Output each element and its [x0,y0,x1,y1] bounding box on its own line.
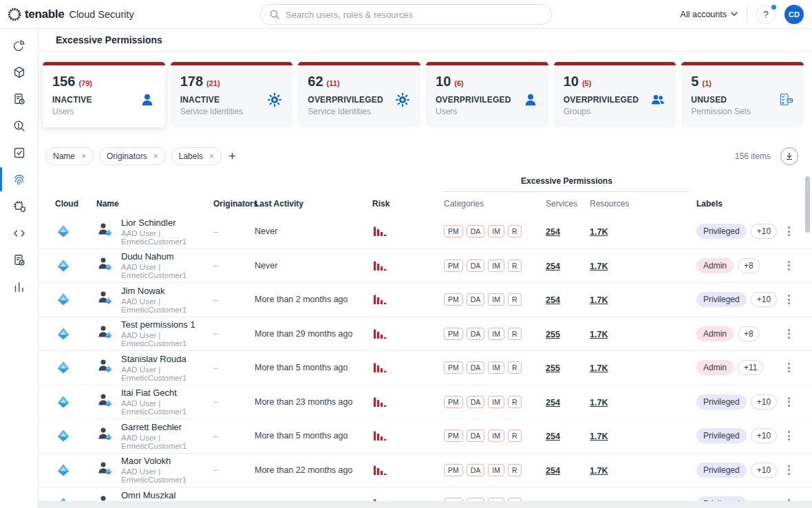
summary-card-inactive-service-identities[interactable]: 178 (21) INACTIVE Service Identities [171,62,293,127]
row-menu-button[interactable] [782,463,795,478]
row-menu-button[interactable] [782,394,795,410]
services-link[interactable]: 254 [546,262,560,271]
summary-card-overprivileged-service-identities[interactable]: 62 (11) OVERPRIVILEGED Service Identitie… [298,62,420,127]
sidebar-item-compliance[interactable] [0,139,39,166]
cloud-cell [47,427,96,444]
sidebar-item-identity-intelligence[interactable] [0,166,39,193]
filter-bar: Name×Originators×Labels× + 156 items [45,146,798,167]
cube-icon [12,65,26,79]
card-paren-value: (21) [206,79,220,87]
category-chip-da: DA [467,260,485,272]
identity-name[interactable]: Lior Schindler [121,218,213,228]
name-cell: Test permissions 1 AAD User | ErmeticCus… [96,319,213,348]
horizontal-scrollbar[interactable] [39,501,812,508]
col-header-originators[interactable]: Originators [213,199,255,209]
row-menu-button[interactable] [782,326,795,341]
identity-name[interactable]: Test permissions 1 [121,319,213,330]
col-header-labels[interactable]: Labels [696,199,782,209]
table-row: Test permissions 1 AAD User | ErmeticCus… [39,317,812,352]
identity-name[interactable]: Dudu Nahum [121,251,213,262]
resources-link[interactable]: 1.7K [590,363,608,373]
sidebar-item-inventory[interactable] [0,59,39,85]
identity-name[interactable]: Itai Fiat Gecht [121,388,213,398]
summary-card-unused-permission-sets[interactable]: 5 (1) UNUSED Permission Sets SSO [681,62,804,127]
global-search[interactable] [260,4,552,25]
group-header-excessive-permissions: Excessive Permissions [444,176,690,192]
originators-cell: – [213,260,255,271]
add-filter-button[interactable]: + [228,150,236,162]
identity-name[interactable]: Garrett Bechler [121,422,213,432]
actions-cell [782,463,812,478]
download-button[interactable] [780,147,798,165]
row-menu-button[interactable] [782,360,795,375]
resources-link[interactable]: 1.7K [590,227,608,237]
col-header-cloud[interactable]: Cloud [47,199,96,209]
summary-card-overprivileged-groups[interactable]: 10 (5) OVERPRIVILEGED Groups [554,62,676,127]
summary-card-overprivileged-users[interactable]: 10 (6) OVERPRIVILEGED Users [426,62,548,127]
accounts-dropdown[interactable]: All accounts [681,10,738,19]
categories-cell: PMDAIMR [444,464,546,476]
label-pill: Privileged [696,394,747,410]
summary-card-inactive-users[interactable]: 156 (79) INACTIVE Users [43,62,165,127]
name-cell: Garrett Bechler AAD User | ErmeticCustom… [96,422,213,450]
resources-cell: 1.7K [590,361,696,374]
services-link[interactable]: 254 [546,466,560,476]
resources-link[interactable]: 1.7K [590,262,608,271]
identity-name[interactable]: Maor Volokh [121,456,213,466]
sidebar-item-policies[interactable] [0,246,39,273]
identity-name[interactable]: Jim Nowak [121,286,213,296]
resources-link[interactable]: 1.7K [590,295,608,305]
identity-name[interactable]: Omri Muszkal [121,490,213,500]
services-link[interactable]: 254 [546,432,560,441]
row-menu-button[interactable] [782,292,795,307]
col-header-services[interactable]: Services [546,199,590,209]
services-link[interactable]: 254 [546,227,560,237]
row-menu-button[interactable] [782,258,795,273]
col-header-last-activity[interactable]: Last Activity [255,199,372,209]
avatar[interactable]: CD [784,5,804,24]
resources-link[interactable]: 1.7K [590,330,608,339]
sidebar-item-investigate[interactable] [0,112,39,139]
col-header-resources[interactable]: Resources [590,199,696,209]
category-chip-pm: PM [444,464,463,476]
remove-filter-icon[interactable]: × [209,151,214,161]
resources-link[interactable]: 1.7K [590,466,608,476]
category-chip-da: DA [467,361,485,374]
sidebar-item-iac[interactable] [0,220,39,246]
remove-filter-icon[interactable]: × [81,151,86,161]
sidebar-item-dashboard[interactable] [0,32,39,59]
row-menu-button[interactable] [782,428,795,443]
sidebar-item-analytics[interactable] [0,273,39,300]
filter-chip-labels[interactable]: Labels× [171,147,222,165]
row-menu-button[interactable] [782,224,795,239]
gear-icon [395,92,410,107]
sidebar-item-workload-protection[interactable] [0,193,39,220]
table-body: Lior Schindler AAD User | ErmeticCustome… [39,215,812,508]
filter-chip-name[interactable]: Name× [45,147,94,165]
search-input[interactable] [286,10,543,20]
resources-link[interactable]: 1.7K [590,398,608,408]
categories-cell: PMDAIMR [444,293,546,306]
categories-cell: PMDAIMR [444,396,546,408]
aad-user-icon [96,289,114,310]
col-header-risk[interactable]: Risk [372,199,444,209]
brand-logo: tenable Cloud Security [7,7,134,22]
filter-chip-label: Originators [107,151,147,161]
col-header-name[interactable]: Name [96,199,213,209]
services-link[interactable]: 254 [546,398,560,408]
services-link[interactable]: 255 [546,330,560,339]
help-button[interactable]: ? [756,5,776,24]
chevron-down-icon [731,12,738,17]
label-pill: Privileged [696,292,747,307]
remove-filter-icon[interactable]: × [153,151,158,161]
labels-cell: Privileged+10 [696,463,782,478]
resources-link[interactable]: 1.7K [590,432,608,441]
filter-chip-originators[interactable]: Originators× [99,147,166,165]
identity-name[interactable]: Stanislav Rouda [121,354,213,364]
services-link[interactable]: 255 [546,363,560,373]
col-header-categories[interactable]: Categories [444,199,546,209]
services-link[interactable]: 254 [546,295,560,305]
sidebar-item-reports[interactable] [0,85,39,112]
label-pill: +10 [751,428,777,443]
vertical-scrollbar[interactable] [805,176,810,233]
